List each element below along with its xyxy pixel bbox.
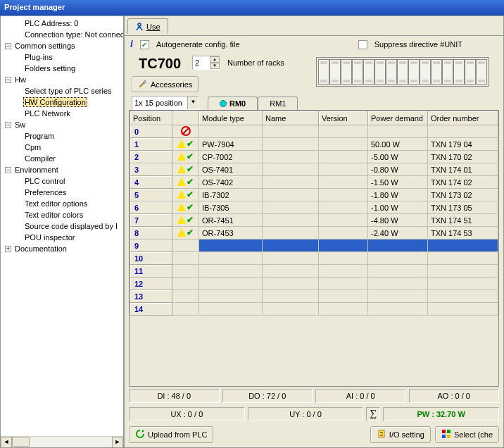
scroll-left-button[interactable]: ◄ [1,437,12,448]
pos-cell[interactable]: 5 [130,189,172,201]
cell-power[interactable]: 50.00 W [368,138,428,151]
collapse-icon[interactable]: − [5,77,11,83]
tree-item[interactable]: Select type of PLC series [2,85,122,97]
cell-mtype[interactable]: OS-7401 [199,163,263,176]
cell-version[interactable] [319,290,368,303]
rack-slot[interactable] [420,59,431,85]
pos-cell[interactable]: 9 [130,239,172,252]
cell-power[interactable]: -4.80 W [368,214,428,227]
racks-stepper[interactable]: ▲ ▼ [192,56,220,70]
cell-version[interactable] [319,265,368,278]
pos-cell[interactable]: 13 [130,290,172,303]
rack-slot[interactable] [341,59,352,85]
table-row[interactable]: 10 [130,252,498,265]
cell-power[interactable]: -5.00 W [368,151,428,163]
cell-mtype[interactable] [199,125,263,138]
cell-power[interactable] [368,125,428,138]
cell-order[interactable] [428,265,498,278]
cell-name[interactable] [263,278,319,290]
rack-slot[interactable] [453,59,465,85]
cell-order[interactable]: TXN 173 05 [428,201,498,214]
col-module-type[interactable]: Module type [199,111,263,125]
table-row[interactable]: 7✔OR-7451-4.80 WTXN 174 51 [130,214,498,227]
stepper-down-icon[interactable]: ▼ [210,63,220,69]
table-row[interactable]: 4✔OS-7402-1.50 WTXN 174 02 [130,176,498,189]
rack-slot[interactable] [363,59,374,85]
pos-cell[interactable]: 6 [130,201,172,214]
tree-item[interactable]: Preferences [2,187,122,198]
cell-mtype[interactable] [199,252,263,265]
tree-item[interactable]: Compiler [2,153,122,164]
cell-power[interactable] [368,265,428,278]
cell-power[interactable] [368,278,428,290]
rack-slot[interactable] [442,59,453,85]
tree-node-doc[interactable]: +Documentation [2,243,122,254]
rack-slot[interactable] [352,59,363,85]
cell-mtype[interactable] [199,290,263,303]
tree-item[interactable]: Connection type: Not connecte [2,29,122,40]
cell-order[interactable]: TXN 174 02 [428,176,498,189]
tree-item[interactable]: Folders setting [2,63,122,74]
collapse-icon[interactable]: − [5,122,11,128]
table-row[interactable]: 11 [130,265,498,278]
table-row[interactable]: 9 [130,239,498,252]
select-button[interactable]: Select (che [435,426,499,443]
cell-name[interactable] [263,125,319,138]
rack-slot[interactable] [386,59,397,85]
cell-mtype[interactable]: PW-7904 [199,138,263,151]
cell-name[interactable] [263,252,319,265]
pos-cell[interactable]: 0 [130,125,172,138]
module-table[interactable]: Position Module type Name Version Power … [130,111,498,316]
pos-cell[interactable]: 7 [130,214,172,227]
pos-cell[interactable]: 12 [130,278,172,290]
cell-version[interactable] [319,125,368,138]
pos-cell[interactable]: 8 [130,227,172,239]
cell-version[interactable] [319,252,368,265]
rack-slot[interactable] [374,59,386,85]
tree-node-env[interactable]: −Environment [2,164,122,175]
cell-mtype[interactable]: OS-7402 [199,176,263,189]
cell-name[interactable] [263,214,319,227]
tab-rm0[interactable]: RM0 [208,97,258,110]
cell-mtype[interactable]: IB-7302 [199,189,263,201]
tree-node-sw[interactable]: −Sw [2,119,122,130]
tree-item[interactable]: POU inspector [2,232,122,243]
cell-power[interactable]: -1.80 W [368,189,428,201]
col-version[interactable]: Version [319,111,368,125]
cell-version[interactable] [319,227,368,239]
cell-order[interactable] [428,290,498,303]
tab-use[interactable]: Use [127,18,168,34]
tree-item[interactable]: PLC control [2,175,122,187]
cell-power[interactable]: -0.80 W [368,163,428,176]
io-setting-button[interactable]: I/O setting [370,426,431,443]
table-row[interactable]: 5✔IB-7302-1.80 WTXN 173 02 [130,189,498,201]
cell-mtype[interactable]: IB-7305 [199,201,263,214]
tree-item[interactable]: Plug-ins [2,51,122,63]
cell-name[interactable] [263,227,319,239]
table-row[interactable]: 2✔CP-7002-5.00 WTXN 170 02 [130,151,498,163]
cell-name[interactable] [263,176,319,189]
cell-version[interactable] [319,138,368,151]
rack-slot[interactable] [408,59,420,85]
cell-name[interactable] [263,189,319,201]
scroll-right-button[interactable]: ► [112,437,123,448]
pos-cell[interactable]: 2 [130,151,172,163]
table-row[interactable]: 0 [130,125,498,138]
stepper-up-icon[interactable]: ▲ [210,56,220,63]
cell-mtype[interactable] [199,278,263,290]
col-name[interactable]: Name [263,111,319,125]
cell-version[interactable] [319,163,368,176]
info-icon[interactable]: i [130,39,133,50]
tree-item[interactable]: Text editor options [2,198,122,209]
rack-slot[interactable] [465,59,476,85]
cell-order[interactable] [428,239,498,252]
cell-name[interactable] [263,290,319,303]
cell-mtype[interactable] [199,303,263,316]
autogen-checkbox[interactable]: ✔ [140,40,149,49]
col-order[interactable]: Order number [428,111,498,125]
cell-order[interactable]: TXN 174 53 [428,227,498,239]
position-combo-input[interactable] [132,97,187,109]
rack-slot[interactable] [318,59,329,85]
cell-name[interactable] [263,265,319,278]
cell-power[interactable] [368,239,428,252]
